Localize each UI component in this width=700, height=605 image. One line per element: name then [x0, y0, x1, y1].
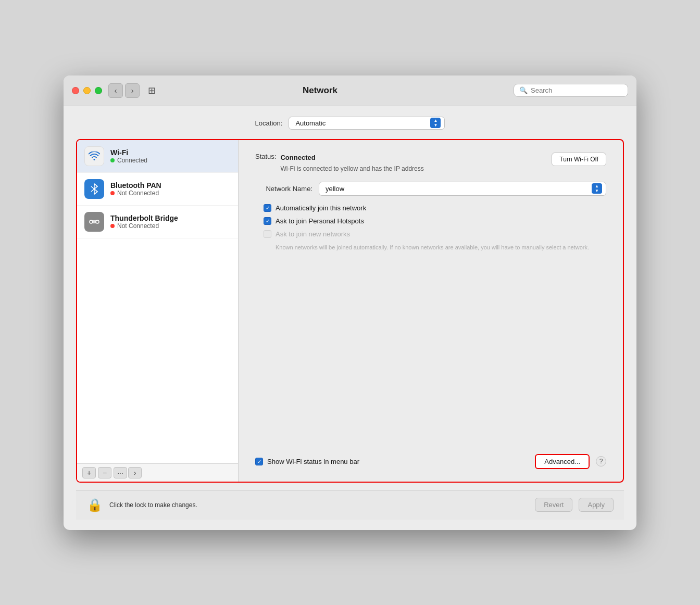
thunderbolt-status-dot: [110, 224, 115, 228]
help-button[interactable]: ?: [596, 456, 606, 467]
auto-join-checkbox[interactable]: ✓: [264, 204, 271, 212]
content-area: Location: Automatic Home Work ▲ ▼: [64, 106, 636, 530]
add-network-button[interactable]: +: [82, 467, 96, 478]
back-button[interactable]: ‹: [108, 83, 123, 98]
bluetooth-net-info: Bluetooth PAN Not Connected: [110, 181, 161, 197]
sidebar-toolbar: + − ··· ›: [77, 463, 238, 482]
svg-line-0: [91, 186, 94, 189]
hint-text: Known networks will be joined automatica…: [276, 243, 606, 252]
wifi-name: Wi-Fi: [110, 148, 147, 157]
thunderbolt-status-text: Not Connected: [117, 222, 159, 230]
thunderbolt-status: Not Connected: [110, 222, 178, 230]
sidebar-item-thunderbolt[interactable]: Thunderbolt Bridge Not Connected: [77, 206, 238, 238]
personal-hotspot-label: Ask to join Personal Hotspots: [276, 217, 364, 225]
detail-panel: Status: Connected Wi-Fi is connected to …: [239, 140, 623, 482]
action-button-group: ··· ›: [114, 467, 142, 478]
bluetooth-status-text: Not Connected: [117, 190, 159, 197]
bluetooth-icon: [84, 179, 104, 199]
action-chevron-button[interactable]: ›: [128, 467, 142, 478]
traffic-lights: [72, 87, 102, 94]
sidebar-item-bluetooth[interactable]: Bluetooth PAN Not Connected: [77, 173, 238, 206]
sidebar-spacer: [77, 238, 238, 463]
search-input[interactable]: [531, 86, 622, 94]
sidebar-item-wifi[interactable]: Wi-Fi Connected: [77, 140, 238, 173]
status-description: Wi-Fi is connected to yellow and has the…: [280, 164, 423, 173]
close-button[interactable]: [72, 87, 79, 94]
show-wifi-checkbox[interactable]: ✓: [255, 458, 263, 465]
auto-join-checkbox-item[interactable]: ✓ Automatically join this network: [264, 204, 606, 212]
network-name-selector[interactable]: yellow ▲ ▼: [319, 182, 606, 196]
network-preferences-window: ‹ › ⊞ Network 🔍 Location: Automatic Home…: [64, 75, 636, 530]
new-networks-label: Ask to join new networks: [276, 230, 350, 238]
turn-wifi-button[interactable]: Turn Wi-Fi Off: [552, 153, 606, 166]
svg-point-2: [90, 220, 93, 223]
fullscreen-button[interactable]: [95, 87, 102, 94]
status-desc-text: Wi-Fi is connected to yellow and has the…: [280, 165, 423, 172]
show-wifi-checkbox-item[interactable]: ✓ Show Wi-Fi status in menu bar: [255, 458, 359, 465]
status-value: Connected: [280, 154, 315, 161]
wifi-status: Connected: [110, 157, 147, 164]
wifi-icon: [84, 146, 104, 166]
status-group: Status: Connected Wi-Fi is connected to …: [255, 153, 539, 173]
search-icon: 🔍: [519, 86, 528, 94]
remove-network-button[interactable]: −: [98, 467, 111, 478]
location-select[interactable]: Automatic Home Work: [289, 117, 445, 130]
location-row: Location: Automatic Home Work ▲ ▼: [76, 117, 624, 130]
titlebar: ‹ › ⊞ Network 🔍: [64, 75, 636, 106]
action-button[interactable]: ···: [114, 467, 127, 478]
bottom-row: ✓ Show Wi-Fi status in menu bar Advanced…: [255, 446, 606, 469]
wifi-status-dot: [110, 158, 115, 162]
personal-hotspot-checkbox-item[interactable]: ✓ Ask to join Personal Hotspots: [264, 217, 606, 225]
advanced-button[interactable]: Advanced...: [535, 454, 590, 469]
wifi-status-text: Connected: [117, 157, 147, 164]
apply-button[interactable]: Apply: [579, 498, 614, 512]
location-selector[interactable]: Automatic Home Work ▲ ▼: [289, 117, 445, 130]
auto-join-label: Automatically join this network: [276, 204, 366, 212]
lock-text: Click the lock to make changes.: [109, 501, 529, 509]
network-name-select[interactable]: yellow: [319, 182, 606, 196]
window-title: Network: [133, 85, 507, 96]
lock-icon[interactable]: 🔒: [86, 497, 103, 513]
svg-line-1: [91, 189, 94, 192]
footer: 🔒 Click the lock to make changes. Revert…: [76, 490, 624, 520]
wifi-net-info: Wi-Fi Connected: [110, 148, 147, 164]
minimize-button[interactable]: [83, 87, 91, 94]
revert-button[interactable]: Revert: [535, 498, 572, 512]
bluetooth-name: Bluetooth PAN: [110, 181, 161, 190]
bluetooth-status-dot: [110, 191, 115, 195]
network-name-row: Network Name: yellow ▲ ▼: [255, 182, 606, 196]
new-networks-checkbox[interactable]: [264, 230, 271, 238]
svg-point-3: [96, 220, 99, 223]
status-label: Status:: [255, 153, 276, 160]
location-label: Location:: [255, 119, 283, 127]
thunderbolt-icon: [84, 212, 104, 232]
thunderbolt-net-info: Thunderbolt Bridge Not Connected: [110, 214, 178, 230]
checkbox-group: ✓ Automatically join this network ✓ Ask …: [264, 204, 606, 252]
new-networks-checkbox-item[interactable]: Ask to join new networks: [264, 230, 606, 238]
bluetooth-status: Not Connected: [110, 190, 161, 197]
show-wifi-label: Show Wi-Fi status in menu bar: [267, 458, 359, 465]
status-info: Connected Wi-Fi is connected to yellow a…: [280, 153, 423, 173]
sidebar: Wi-Fi Connected: [77, 140, 239, 482]
status-row: Status: Connected Wi-Fi is connected to …: [255, 153, 606, 173]
thunderbolt-name: Thunderbolt Bridge: [110, 214, 178, 222]
hint-content: Known networks will be joined automatica…: [276, 244, 589, 250]
network-name-label: Network Name:: [255, 185, 312, 193]
personal-hotspot-checkbox[interactable]: ✓: [264, 217, 271, 225]
main-area: Wi-Fi Connected: [76, 139, 624, 483]
search-box[interactable]: 🔍: [514, 84, 628, 97]
